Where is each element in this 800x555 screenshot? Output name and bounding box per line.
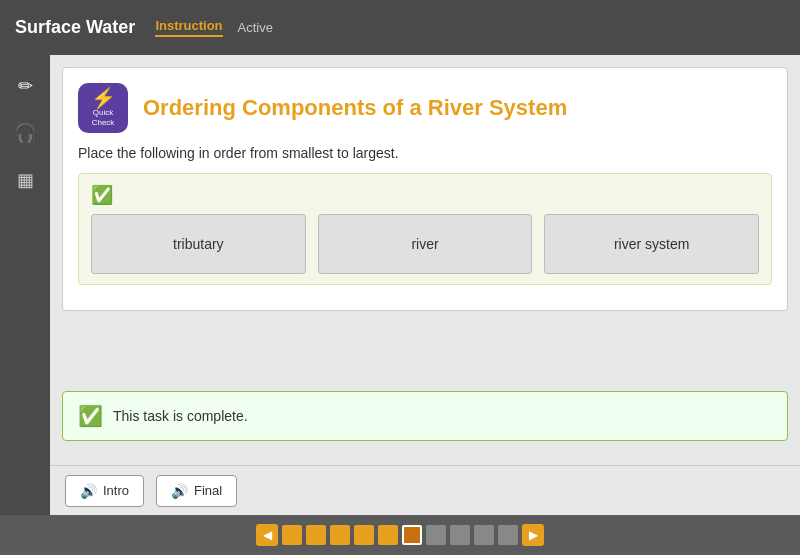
top-bar: Surface Water Instruction Active [0, 0, 800, 55]
answer-box-1-label: tributary [173, 236, 224, 252]
bottom-nav: 🔊 Intro 🔊 Final [50, 465, 800, 515]
main-content: ⚡ QuickCheck Ordering Components of a Ri… [50, 55, 800, 515]
answer-box-2-label: river [411, 236, 438, 252]
check-mark-icon: ✅ [91, 185, 113, 205]
card-title: Ordering Components of a River System [143, 95, 567, 121]
headphones-icon[interactable]: 🎧 [9, 117, 41, 149]
page-dot-8[interactable] [450, 525, 470, 545]
quick-check-label: QuickCheck [92, 108, 115, 127]
page-dot-9[interactable] [474, 525, 494, 545]
answer-boxes: tributary river river system [91, 214, 759, 274]
prev-page-arrow[interactable]: ◀ [256, 524, 278, 546]
intro-speaker-icon: 🔊 [80, 483, 97, 499]
completion-message: ✅ This task is complete. [62, 391, 788, 441]
tab-active[interactable]: Active [238, 20, 273, 35]
card-header: ⚡ QuickCheck Ordering Components of a Ri… [78, 83, 772, 133]
pencil-icon[interactable]: ✏ [9, 70, 41, 102]
page-dot-6[interactable] [402, 525, 422, 545]
final-button-label: Final [194, 483, 222, 498]
answer-box-2[interactable]: river [318, 214, 533, 274]
page-dot-10[interactable] [498, 525, 518, 545]
completion-text: This task is complete. [113, 408, 248, 424]
check-icon-row: ✅ [91, 184, 759, 206]
page-dot-2[interactable] [306, 525, 326, 545]
next-page-arrow[interactable]: ▶ [522, 524, 544, 546]
completion-check-icon: ✅ [78, 404, 103, 428]
sidebar: ✏ 🎧 ▦ [0, 55, 50, 555]
intro-button-label: Intro [103, 483, 129, 498]
question-card: ⚡ QuickCheck Ordering Components of a Ri… [62, 67, 788, 311]
page-dot-1[interactable] [282, 525, 302, 545]
page-indicator: ◀ ▶ [0, 515, 800, 555]
quick-check-icon: ⚡ QuickCheck [78, 83, 128, 133]
page-dot-5[interactable] [378, 525, 398, 545]
final-button[interactable]: 🔊 Final [156, 475, 237, 507]
tab-instruction[interactable]: Instruction [155, 18, 222, 37]
instruction-text: Place the following in order from smalle… [78, 145, 772, 161]
app-title: Surface Water [15, 17, 135, 38]
lightning-icon: ⚡ [91, 88, 116, 108]
page-dot-4[interactable] [354, 525, 374, 545]
page-dot-7[interactable] [426, 525, 446, 545]
answer-box-3-label: river system [614, 236, 689, 252]
final-speaker-icon: 🔊 [171, 483, 188, 499]
answer-box-3[interactable]: river system [544, 214, 759, 274]
page-dot-3[interactable] [330, 525, 350, 545]
answer-area: ✅ tributary river river system [78, 173, 772, 285]
calculator-icon[interactable]: ▦ [9, 164, 41, 196]
answer-box-1[interactable]: tributary [91, 214, 306, 274]
intro-button[interactable]: 🔊 Intro [65, 475, 144, 507]
